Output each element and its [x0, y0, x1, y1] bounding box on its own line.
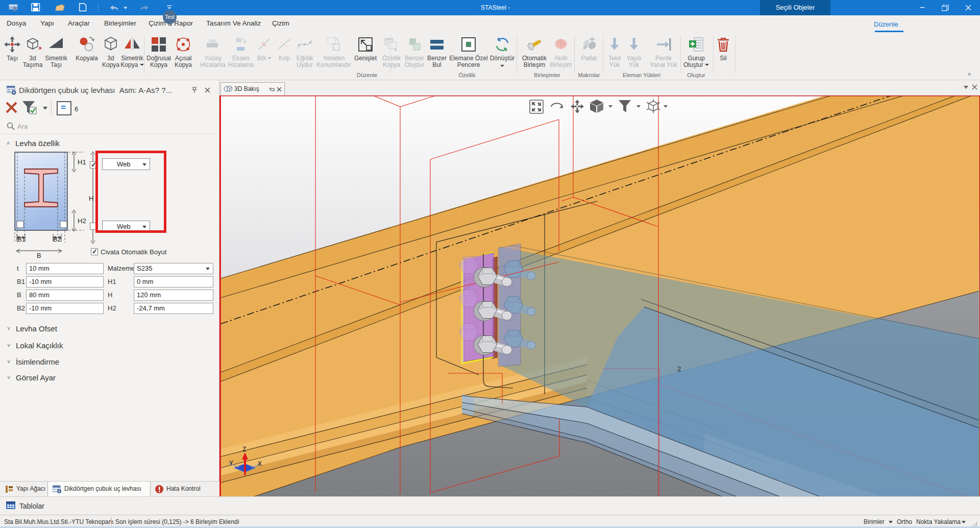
svg-text:Z: Z: [242, 446, 246, 453]
svg-text:B: B: [37, 252, 41, 259]
svg-text:H1: H1: [78, 158, 86, 166]
svg-text:B1: B1: [17, 235, 26, 243]
svg-text:X: X: [258, 460, 262, 467]
svg-text:B2: B2: [53, 235, 61, 243]
svg-text:H2: H2: [78, 217, 86, 225]
svg-text:2: 2: [677, 365, 681, 373]
svg-text:Y: Y: [229, 460, 233, 467]
svg-text:H: H: [89, 195, 93, 202]
